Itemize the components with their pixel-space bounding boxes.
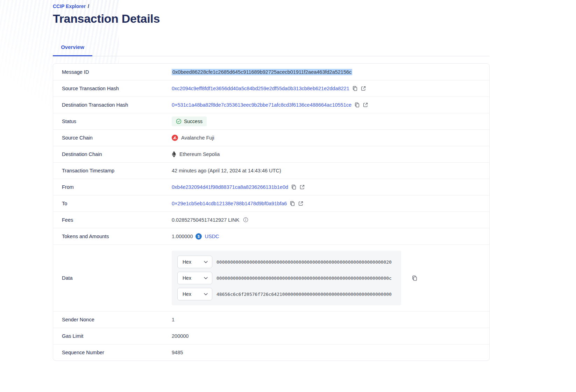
table-row-source-tx-hash: Source Transaction Hash 0xc2094c9eff8fdf… [53, 80, 489, 97]
table-row-to: To 0×29e1cb5eb14cdb12138e788b1478d9bf0a9… [53, 195, 489, 212]
field-label-source-tx-hash: Source Transaction Hash [53, 86, 172, 91]
table-row-from: From 0xb4e232094d41f98d88371ca8a82362661… [53, 179, 489, 195]
copy-icon[interactable] [291, 184, 297, 190]
copy-icon[interactable] [290, 201, 295, 206]
dest-tx-hash-link[interactable]: 0×531c1a48ba82f8de7c353613eec9b2bbe71afc… [172, 102, 351, 108]
tab-overview[interactable]: Overview [53, 41, 92, 56]
chevron-down-icon [204, 261, 208, 263]
data-format-select[interactable]: Hex [177, 288, 212, 300]
external-link-icon[interactable] [361, 86, 366, 91]
check-circle-icon [176, 119, 182, 124]
token-amount: 1.000000 [172, 234, 193, 239]
field-label-data: Data [53, 275, 172, 281]
field-label-timestamp: Transaction Timestamp [53, 168, 172, 173]
table-row-dest-chain: Destination Chain Ethereum Sepolia [53, 146, 489, 162]
source-chain-name: Avalanche Fuji [181, 135, 214, 141]
field-label-fees: Fees [53, 217, 172, 223]
source-tx-hash-link[interactable]: 0xc2094c9eff8fdf1e3656dd40a5c84bd259e2df… [172, 86, 349, 91]
breadcrumb-link-ccip-explorer[interactable]: CCIP Explorer [53, 3, 86, 9]
copy-icon[interactable] [352, 86, 358, 91]
table-row-source-chain: Source Chain Avalanche Fuji [53, 129, 489, 146]
field-label-to: To [53, 201, 172, 206]
field-label-from: From [53, 184, 172, 190]
breadcrumb-separator: / [88, 3, 89, 9]
message-id-value: 0x0beed86228cfe1c2685d645c911689b92725ac… [172, 69, 352, 75]
page-title: Transaction Details [53, 12, 490, 26]
data-hex-value: 0000000000000000000000000000000000000000… [216, 259, 392, 265]
table-row-status: Status Success [53, 113, 489, 129]
field-label-dest-chain: Destination Chain [53, 151, 172, 157]
data-format-select-label: Hex [183, 291, 191, 297]
data-format-select[interactable]: Hex [177, 256, 212, 268]
copy-icon[interactable] [354, 102, 360, 108]
data-hex-panel: Hex 000000000000000000000000000000000000… [172, 251, 401, 305]
field-label-source-chain: Source Chain [53, 135, 172, 141]
sequence-number-value: 9485 [172, 350, 183, 355]
data-format-select-label: Hex [183, 275, 191, 281]
external-link-icon[interactable] [298, 201, 304, 206]
table-row-data: Data Hex 0000000000000000000000000000000… [53, 244, 489, 311]
info-icon[interactable] [243, 217, 248, 222]
copy-icon[interactable] [412, 275, 418, 281]
data-hex-value: 48656c6c6f20576f726c64210000000000000000… [216, 292, 392, 297]
field-label-gas-limit: Gas Limit [53, 333, 172, 339]
table-row-message-id: Message ID 0x0beed86228cfe1c2685d645c911… [53, 64, 489, 80]
table-row-dest-tx-hash: Destination Transaction Hash 0×531c1a48b… [53, 97, 489, 113]
field-label-status: Status [53, 119, 172, 124]
fees-value: 0.028527504517412927 LINK [172, 217, 240, 223]
field-label-tokens: Tokens and Amounts [53, 234, 172, 239]
data-hex-value: 0000000000000000000000000000000000000000… [216, 276, 392, 281]
status-badge: Success [172, 116, 207, 126]
table-row-tokens: Tokens and Amounts 1.000000 $ USDC [53, 228, 489, 244]
external-link-icon[interactable] [299, 184, 305, 190]
gas-limit-value: 200000 [172, 333, 189, 339]
usdc-icon: $ [195, 233, 202, 240]
from-address-link[interactable]: 0xb4e232094d41f98d88371ca8a8236266131b1e… [172, 184, 288, 190]
sender-nonce-value: 1 [172, 317, 175, 322]
transaction-details-card: Message ID 0x0beed86228cfe1c2685d645c911… [53, 63, 490, 361]
status-badge-label: Success [184, 119, 202, 124]
external-link-icon[interactable] [363, 102, 368, 108]
avalanche-icon [172, 135, 178, 141]
table-row-gas-limit: Gas Limit 200000 [53, 328, 489, 344]
timestamp-value: 42 minutes ago (April 12, 2024 at 14:43:… [172, 168, 281, 173]
field-label-message-id: Message ID [53, 69, 172, 75]
data-line: Hex 000000000000000000000000000000000000… [177, 272, 396, 284]
chevron-down-icon [204, 293, 208, 295]
field-label-dest-tx-hash: Destination Transaction Hash [53, 102, 172, 108]
data-format-select[interactable]: Hex [177, 272, 212, 284]
main-content: CCIP Explorer/ Transaction Details Overv… [53, 0, 490, 361]
field-label-sequence-number: Sequence Number [53, 350, 172, 355]
to-address-link[interactable]: 0×29e1cb5eb14cdb12138e788b1478d9bf0a91bf… [172, 201, 287, 206]
table-row-timestamp: Transaction Timestamp 42 minutes ago (Ap… [53, 162, 489, 179]
data-line: Hex 000000000000000000000000000000000000… [177, 256, 396, 268]
data-format-select-label: Hex [183, 259, 191, 265]
table-row-fees: Fees 0.028527504517412927 LINK [53, 212, 489, 228]
table-row-sender-nonce: Sender Nonce 1 [53, 311, 489, 328]
token-symbol-link[interactable]: USDC [205, 234, 219, 239]
breadcrumb: CCIP Explorer/ [53, 3, 490, 9]
field-label-sender-nonce: Sender Nonce [53, 317, 172, 322]
data-line: Hex 48656c6c6f20576f726c6421000000000000… [177, 288, 396, 300]
ethereum-icon [172, 151, 176, 157]
chevron-down-icon [204, 277, 208, 279]
tab-bar: Overview [53, 41, 490, 56]
dest-chain-name: Ethereum Sepolia [179, 151, 220, 157]
table-row-sequence-number: Sequence Number 9485 [53, 344, 489, 361]
svg-text:$: $ [198, 235, 200, 238]
